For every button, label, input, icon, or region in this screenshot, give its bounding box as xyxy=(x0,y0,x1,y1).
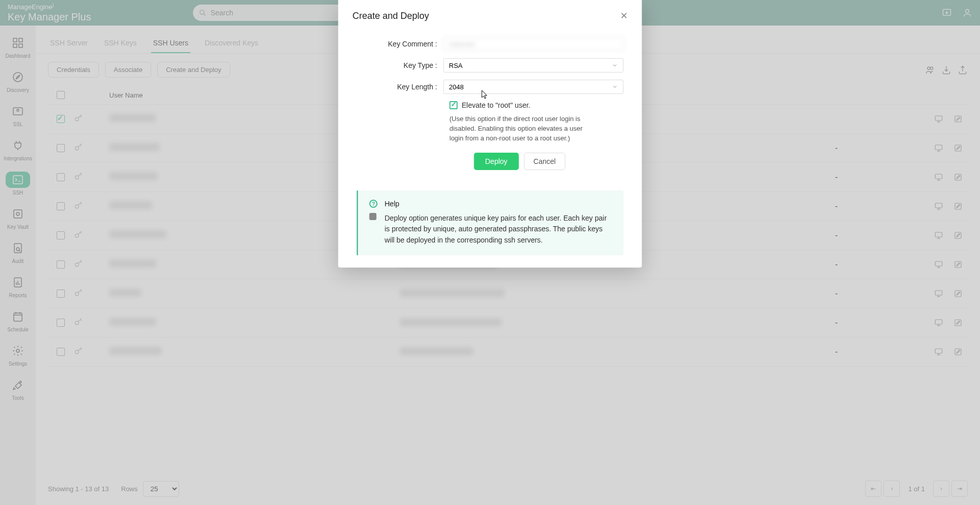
key-length-label: Key Length xyxy=(357,83,444,91)
key-comment-input[interactable] xyxy=(444,37,624,51)
help-box: ? Help Deploy option generates unique ke… xyxy=(357,190,624,255)
chevron-down-icon xyxy=(612,84,618,90)
elevate-root-label: Elevate to "root" user. xyxy=(462,101,530,109)
chevron-down-icon xyxy=(612,62,618,68)
key-type-label: Key Type xyxy=(357,61,444,69)
deploy-button[interactable]: Deploy xyxy=(474,153,519,170)
key-length-select[interactable]: 2048 xyxy=(444,80,624,94)
key-comment-label: Key Comment xyxy=(357,40,444,48)
key-type-select[interactable]: RSA xyxy=(444,58,624,73)
help-description: Deploy option generates unique key pairs… xyxy=(385,213,612,246)
elevate-root-checkbox[interactable] xyxy=(450,101,458,109)
tip-icon xyxy=(370,213,377,220)
close-icon[interactable]: ✕ xyxy=(620,10,628,21)
cancel-button[interactable]: Cancel xyxy=(524,153,566,170)
help-title: Help xyxy=(385,200,612,208)
modal-title: Create and Deploy xyxy=(353,11,429,21)
help-icon: ? xyxy=(370,200,378,208)
elevate-root-description: (Use this option if the direct root user… xyxy=(450,114,593,143)
create-deploy-modal: Create and Deploy ✕ Key Comment Key Type… xyxy=(338,0,642,268)
